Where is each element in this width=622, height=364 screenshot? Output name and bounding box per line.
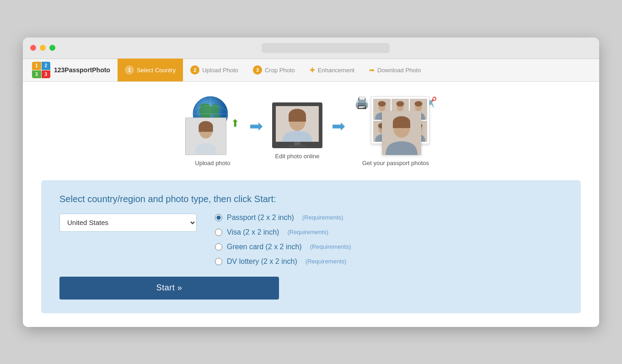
minimize-button-dot[interactable] [40,45,46,51]
upload-arrow-icon: ⬆ [231,118,239,129]
main-content: ⬆ Upload photo ➡ [23,82,599,327]
step-label-3: Crop Photo [265,67,295,74]
logo-icon: 1 2 3 3 [32,62,50,78]
svg-point-28 [415,101,423,107]
browser-content: 1 2 3 3 123PassportPhoto 1 Select Countr… [23,59,599,327]
browser-window: 1 2 3 3 123PassportPhoto 1 Select Countr… [23,37,599,327]
radio-dv[interactable] [215,258,222,265]
get-passport-label: Get your passport photos [362,160,429,166]
upload-person-svg [186,118,226,155]
logo-cell-3: 3 [32,70,41,79]
svg-rect-11 [198,126,213,132]
svg-point-25 [397,101,404,107]
edit-photo-label: Edit photo online [275,153,320,160]
step-num-2: 2 [190,65,199,75]
svg-rect-19 [289,145,306,147]
svg-rect-17 [289,115,306,122]
logo-cell-4: 3 [42,70,51,79]
upload-illustration: ⬆ [185,96,240,155]
greencard-label: Green card (2 x 2 inch) [227,243,302,251]
nav-step-select-country[interactable]: 1 Select Country [118,59,183,81]
nav-bar: 1 2 3 3 123PassportPhoto 1 Select Countr… [23,59,599,82]
radio-option-passport[interactable]: Passport (2 x 2 inch) (Requirements) [215,214,351,222]
arrow-right-icon: ➡ [369,66,375,74]
logo-cell-2: 2 [42,62,51,70]
nav-step-upload-photo[interactable]: 2 Upload Photo [183,59,246,81]
browser-titlebar [23,37,599,59]
upload-photo-label: Upload photo [195,160,230,166]
step-label-5: Download Photo [377,67,421,74]
process-step-edit: Edit photo online [272,102,322,160]
printer-icon: 🖨️ [354,96,369,110]
address-bar-area [59,43,592,53]
upload-photo-frame [185,118,226,155]
step-num-1: 1 [125,65,134,75]
svg-point-22 [378,101,386,107]
radio-visa[interactable] [215,229,222,236]
selection-panel: Select country/region and photo type, th… [41,180,581,313]
edit-illustration [272,102,322,148]
process-step-output: 🖨️ ✂️ [354,96,437,166]
dv-label: DV lottery (2 x 2 inch) [227,257,297,266]
nav-step-enhancement[interactable]: ✚ Enhancement [302,59,362,81]
close-button-dot[interactable] [30,45,36,51]
start-button[interactable]: Start » [59,277,279,300]
selection-row: United States Canada United Kingdom Aust… [59,214,563,266]
visa-label: Visa (2 x 2 inch) [227,228,279,236]
nav-step-download[interactable]: ➡ Download Photo [362,59,428,81]
radio-option-greencard[interactable]: Green card (2 x 2 inch) (Requirements) [215,243,351,251]
process-illustration: ⬆ Upload photo ➡ [41,96,581,166]
step-num-3: 3 [253,65,262,75]
photo-types: Passport (2 x 2 inch) (Requirements) Vis… [215,214,351,266]
logo-area: 1 2 3 3 123PassportPhoto [32,62,110,78]
svg-rect-41 [393,122,410,128]
maximize-button-dot[interactable] [49,45,55,51]
step-label-4: Enhancement [318,67,354,74]
passport-label: Passport (2 x 2 inch) [227,214,294,222]
radio-option-visa[interactable]: Visa (2 x 2 inch) (Requirements) [215,228,351,236]
step-label-1: Select Country [137,67,176,74]
svg-rect-18 [294,142,300,145]
nav-step-crop-photo[interactable]: 3 Crop Photo [246,59,302,81]
logo-text: 123PassportPhoto [54,66,110,74]
svg-point-2 [210,104,220,115]
greencard-requirements-link[interactable]: (Requirements) [310,243,351,250]
edit-photo-svg [272,102,322,148]
process-arrow-2: ➡ [332,117,345,136]
step-label-2: Upload Photo [202,67,238,74]
logo-cell-1: 1 [32,62,41,70]
process-step-upload: ⬆ Upload photo [185,96,240,166]
passport-requirements-link[interactable]: (Requirements) [302,214,343,221]
single-passport-photo [382,111,421,155]
process-arrow-1: ➡ [249,117,263,136]
plus-icon: ✚ [310,66,315,74]
visa-requirements-link[interactable]: (Requirements) [287,229,328,236]
country-select[interactable]: United States Canada United Kingdom Aust… [59,214,197,232]
dv-requirements-link[interactable]: (Requirements) [306,258,347,265]
radio-passport[interactable] [215,214,222,221]
passport-output-area: 🖨️ ✂️ [354,96,437,155]
radio-option-dv[interactable]: DV lottery (2 x 2 inch) (Requirements) [215,257,351,266]
radio-greencard[interactable] [215,243,222,251]
selection-title: Select country/region and photo type, th… [59,194,563,204]
url-bar[interactable] [262,43,390,53]
